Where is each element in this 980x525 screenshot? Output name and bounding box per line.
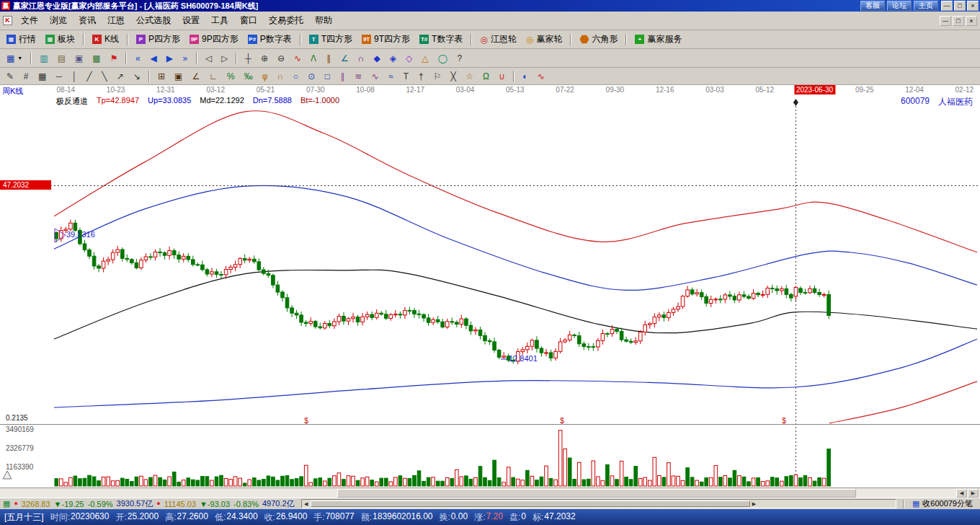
maximize-button[interactable]: □ (954, 1, 966, 11)
rect-tool-icon[interactable]: □ (320, 69, 334, 84)
save-image-icon[interactable]: ▩ (88, 51, 104, 66)
hline-icon[interactable]: ─ (51, 69, 66, 84)
scroll-right-button[interactable]: ▶ (968, 489, 979, 498)
menu-window[interactable]: 窗口 (234, 12, 263, 29)
winner-ball-icon[interactable]: ◐ (518, 69, 533, 84)
gann-grid-icon[interactable]: ⊞ (153, 69, 169, 84)
p-square-button[interactable]: PP四方形 (132, 32, 184, 47)
minimize-button[interactable]: — (941, 1, 953, 11)
double-diamond-icon[interactable]: ◈ (386, 51, 401, 66)
chart-canvas[interactable]: $$$ (0, 85, 980, 488)
child-minimize-button[interactable]: — (940, 16, 951, 26)
flag-tool-icon[interactable]: ⚐ (429, 69, 445, 84)
trendline-icon[interactable]: ╱ (82, 69, 97, 84)
zoom-in-icon[interactable]: ⊕ (257, 51, 272, 66)
nine-t-square-button[interactable]: 9T9T四方形 (357, 32, 414, 47)
fib-arc-icon[interactable]: ∩ (273, 69, 288, 84)
menu-tools[interactable]: 工具 (205, 12, 234, 29)
menu-settings[interactable]: 设置 (177, 12, 205, 29)
t-number-table-button[interactable]: T#T数字表 (415, 32, 467, 47)
cycle-icon[interactable]: ◯ (433, 51, 451, 66)
step-back-icon[interactable]: ◁ (201, 51, 216, 66)
arrow-line-icon[interactable]: ↘ (129, 69, 145, 84)
zoom-out-icon[interactable]: ⊖ (273, 51, 289, 66)
magnet-tool-icon[interactable]: ∪ (494, 69, 509, 84)
next-bar-icon[interactable]: ▶ (162, 51, 177, 66)
status-scroll-thumb[interactable] (311, 500, 750, 507)
first-bar-icon[interactable]: « (130, 51, 145, 66)
wave-icon[interactable]: ∿ (290, 51, 306, 66)
tick-view-button[interactable]: ▦收600079分笔 (908, 498, 977, 509)
support-button[interactable]: 客服 (860, 1, 885, 11)
cross-tool-icon[interactable]: ╳ (446, 69, 460, 84)
channel-tool-icon[interactable]: ∥ (321, 51, 336, 66)
page-icon[interactable]: ▤ (53, 51, 70, 66)
close-button[interactable]: × (967, 1, 979, 11)
pyramid-icon[interactable]: △ (417, 51, 432, 66)
angle45-icon[interactable]: ∟ (205, 69, 222, 84)
menu-gann[interactable]: 江恩 (102, 12, 130, 29)
flag-icon[interactable]: ⚑ (106, 51, 122, 66)
forum-button[interactable]: 论坛 (887, 1, 912, 11)
golden-section-icon[interactable]: φ (258, 69, 272, 84)
winner-service-button[interactable]: +赢家服务 (631, 32, 686, 47)
help-icon[interactable]: ? (453, 51, 467, 66)
copy-icon[interactable]: ▣ (71, 51, 87, 66)
quotes-button[interactable]: ▦行情 (2, 32, 40, 47)
gann-fan-icon[interactable]: ∠ (187, 69, 204, 84)
child-restore-button[interactable]: □ (953, 16, 964, 26)
cycle-tool-icon[interactable]: Ω (478, 69, 494, 84)
scroll-left-button[interactable]: ◀ (956, 489, 967, 498)
dual-wave-icon[interactable]: ∿ (533, 69, 549, 84)
mark-tool-icon[interactable]: † (414, 69, 428, 84)
permille-icon[interactable]: ‰ (240, 69, 257, 84)
quotes-grid-icon[interactable]: ▦ (3, 500, 10, 508)
status-scroll-right-arrow[interactable]: ▶ (750, 501, 759, 507)
ray-icon[interactable]: ↗ (112, 69, 128, 84)
grid-icon[interactable]: # (19, 69, 33, 84)
board-icon[interactable]: ▥ (35, 51, 52, 66)
zigzag-icon[interactable]: Λ (306, 51, 321, 66)
sse-index-icon[interactable]: ● (14, 500, 17, 507)
home-button[interactable]: 主页 (914, 1, 938, 11)
concentric-circle-icon[interactable]: ⊙ (303, 69, 319, 84)
gann-box-icon[interactable]: ▣ (170, 69, 187, 84)
pencil-icon[interactable]: ✎ (2, 69, 18, 84)
wave-line-icon[interactable]: ≈ (383, 69, 398, 84)
vline-icon[interactable]: │ (67, 69, 81, 84)
p-number-table-button[interactable]: P#P数字表 (244, 32, 296, 47)
chart-scrollbar[interactable]: ◀ ▶ (0, 488, 980, 498)
menu-file[interactable]: 文件 (15, 12, 44, 29)
chart-type-dropdown[interactable]: ▦▼ (2, 51, 27, 66)
hexagon-button[interactable]: 六角形 (575, 32, 622, 47)
circle-tool-icon[interactable]: ○ (288, 69, 303, 84)
text-tool-icon[interactable]: T (398, 69, 413, 84)
kline-button[interactable]: KK线 (88, 32, 123, 47)
menu-trading[interactable]: 交易委托 (263, 12, 309, 29)
channel-line-icon[interactable]: ≋ (350, 69, 366, 84)
scrollbar-thumb[interactable] (337, 489, 856, 498)
menu-help[interactable]: 帮助 (309, 12, 338, 29)
szse-index-icon[interactable]: ● (156, 500, 160, 507)
regression-icon[interactable]: ∿ (367, 69, 383, 84)
star-tool-icon[interactable]: ☆ (461, 69, 478, 84)
crosshair-icon[interactable]: ┼ (241, 51, 256, 66)
t-square-button[interactable]: TT四方形 (305, 32, 357, 47)
decline-line-icon[interactable]: ╲ (97, 69, 112, 84)
child-window-icon[interactable]: K (3, 16, 12, 25)
diamond-icon[interactable]: ◆ (369, 51, 384, 66)
nine-p-square-button[interactable]: 9P9P四方形 (185, 32, 243, 47)
percent-icon[interactable]: % (223, 69, 239, 84)
arc-tool-icon[interactable]: ∩ (354, 51, 369, 66)
menu-browse[interactable]: 浏览 (44, 12, 73, 29)
parallel-line-icon[interactable]: ∥ (335, 69, 349, 84)
step-forward-icon[interactable]: ▷ (217, 51, 232, 66)
kite-icon[interactable]: ◇ (401, 51, 416, 66)
menu-formula-stock-pick[interactable]: 公式选股 (130, 12, 177, 29)
child-close-button[interactable]: × (966, 16, 977, 26)
prev-bar-icon[interactable]: ◀ (146, 51, 161, 66)
sectors-button[interactable]: ▦板块 (41, 32, 79, 47)
dense-grid-icon[interactable]: ▦ (34, 69, 50, 84)
angle-tool-icon[interactable]: ∠ (337, 51, 353, 66)
winner-wheel-button[interactable]: ◎赢家轮 (522, 32, 566, 47)
